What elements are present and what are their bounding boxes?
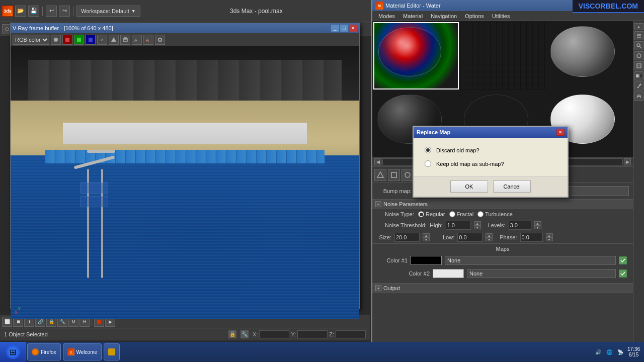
vray-tool-btn-6[interactable] (109, 35, 119, 45)
side-tool-paint[interactable] (634, 92, 643, 101)
workspace-selector[interactable]: Workspace: Default ▼ (76, 6, 140, 17)
side-tool-eyedrop[interactable] (634, 81, 643, 90)
color1-checkbox[interactable] (619, 256, 627, 264)
color-mode-selector[interactable]: RGB color (13, 35, 49, 45)
dialog-title-bar[interactable]: Replace Map ✕ (414, 127, 568, 138)
svg-point-10 (159, 39, 161, 41)
color1-none-btn[interactable]: None (445, 256, 616, 265)
menu-modes[interactable]: Modes (374, 12, 399, 20)
vray-title-text: V-Ray frame buffer - [100% of 640 x 480] (13, 25, 330, 31)
phase-spinner-up[interactable]: ▲ (546, 233, 553, 237)
x-coord-input[interactable] (259, 330, 289, 338)
vray-win-minimize[interactable]: _ (331, 25, 339, 32)
mat-nav-back[interactable]: ◀ (374, 158, 381, 165)
side-tool-magnify[interactable] (634, 41, 643, 50)
vray-win-close[interactable]: ✕ (349, 25, 357, 32)
toolbar-btn-save[interactable]: 💾 (28, 6, 39, 17)
vray-tool-btn-9[interactable]: A (143, 35, 153, 45)
lock-icon[interactable]: 🔒 (228, 330, 236, 338)
viscorbel-logo: VISCORBEL.COM (573, 0, 644, 13)
high-spinner-up[interactable]: ▲ (474, 221, 481, 225)
vray-tool-btn-3[interactable] (74, 35, 84, 45)
radio-fractal[interactable]: Fractal (449, 211, 474, 217)
dialog-cancel-btn[interactable]: Cancel (493, 180, 531, 193)
threshold-label: Noise Threshold: (376, 222, 427, 228)
radio-turbulence[interactable]: Turbulence (477, 211, 513, 217)
low-spinner-up[interactable]: ▲ (486, 233, 493, 237)
toolbar-btn-redo[interactable]: ↪ (59, 6, 70, 17)
vray-title-bar[interactable]: V-Ray frame buffer - [100% of 640 x 480]… (11, 23, 359, 33)
taskbar-item-firefox[interactable]: Firefox (27, 343, 61, 360)
vray-tool-btn-7[interactable] (120, 35, 130, 45)
svg-rect-3 (89, 38, 93, 42)
z-coord-input[interactable] (336, 330, 366, 338)
dialog-option-discard[interactable]: Discard old map? (425, 147, 556, 153)
clock-display[interactable]: 17:36 6/15 (627, 346, 640, 357)
color2-checkbox[interactable] (619, 269, 627, 278)
tray-icon-3[interactable]: 📡 (616, 348, 624, 356)
color2-swatch[interactable] (433, 269, 464, 278)
toolbar-btn-undo[interactable]: ↩ (46, 6, 57, 17)
taskbar-item-3dsmax[interactable]: 3 Welcome (63, 343, 102, 360)
low-spinner-down[interactable]: ▼ (486, 237, 493, 241)
mat-tool-3[interactable] (401, 169, 414, 181)
menu-navigation[interactable]: Navigation (427, 12, 461, 20)
size-spinner-down[interactable]: ▼ (423, 237, 430, 241)
vray-tool-btn-2[interactable] (62, 35, 72, 45)
y-coord-input[interactable] (297, 330, 328, 338)
phase-input[interactable] (520, 233, 543, 242)
vray-tool-btn-10[interactable] (155, 35, 165, 45)
menu-utilities[interactable]: Utilities (488, 12, 514, 20)
vray-tool-btn-5[interactable]: × (97, 35, 107, 45)
tray-icon-2[interactable]: 🌐 (605, 348, 613, 356)
app-logo: 3ds (2, 6, 13, 17)
menu-options[interactable]: Options (461, 12, 488, 20)
vray-win-maximize[interactable]: □ (340, 25, 348, 32)
mat-preview-1[interactable] (373, 22, 459, 89)
output-section-toggle[interactable]: + Output (372, 284, 633, 293)
mat-tool-2[interactable] (388, 169, 400, 181)
menu-material[interactable]: Material (399, 12, 427, 20)
high-value-input[interactable] (446, 221, 471, 230)
radio-regular[interactable]: Regular (418, 211, 445, 217)
svg-point-32 (637, 54, 641, 58)
start-button[interactable]: ⊞ (0, 342, 26, 362)
svg-text:A: A (134, 38, 137, 43)
mat-tool-1[interactable] (374, 169, 386, 181)
mat-preview-3[interactable] (546, 22, 632, 89)
side-tool-box[interactable] (634, 61, 643, 70)
levels-spinner-down[interactable]: ▼ (534, 225, 541, 229)
color1-swatch[interactable] (411, 256, 442, 265)
vray-tool-btn-1[interactable] (51, 35, 61, 45)
vray-tool-btn-8[interactable]: A (132, 35, 142, 45)
radio-regular-label: Regular (426, 211, 445, 217)
z-coord-label: Z: (329, 331, 334, 337)
dialog-ok-btn[interactable]: OK (450, 180, 488, 193)
levels-input[interactable] (509, 221, 531, 230)
levels-spinner-up[interactable]: ▲ (534, 221, 541, 225)
side-tool-list[interactable] (634, 31, 643, 40)
mat-nav-forward[interactable]: ▶ (624, 158, 631, 165)
noise-section-toggle[interactable]: − (375, 201, 381, 207)
low-input[interactable] (457, 233, 482, 242)
output-label: Output (383, 285, 400, 291)
high-spinner-down[interactable]: ▼ (474, 225, 481, 229)
magnet-icon[interactable]: 🔧 (240, 330, 249, 338)
tray-icon-1[interactable]: 🔊 (594, 348, 602, 356)
side-tool-circle[interactable] (634, 51, 643, 60)
dialog-title-text: Replace Map (417, 129, 556, 135)
dialog-option-keep[interactable]: Keep old map as sub-map? (425, 160, 556, 167)
phase-spinner-down[interactable]: ▼ (546, 237, 553, 241)
color2-label: Color #2 (400, 270, 430, 277)
toolbar-btn-open[interactable]: 📂 (15, 6, 26, 17)
svg-marker-4 (111, 37, 116, 42)
side-scroll-up[interactable]: ▲ (634, 23, 643, 30)
size-spinner-up[interactable]: ▲ (423, 233, 430, 237)
side-tool-gradient[interactable] (634, 71, 643, 80)
color2-none-btn[interactable]: None (467, 269, 616, 278)
mat-preview-2[interactable] (460, 22, 545, 89)
size-input[interactable] (394, 233, 420, 242)
taskbar-item-folder[interactable] (104, 343, 120, 360)
vray-tool-btn-4[interactable] (86, 35, 96, 45)
dialog-close-btn[interactable]: ✕ (556, 129, 565, 136)
